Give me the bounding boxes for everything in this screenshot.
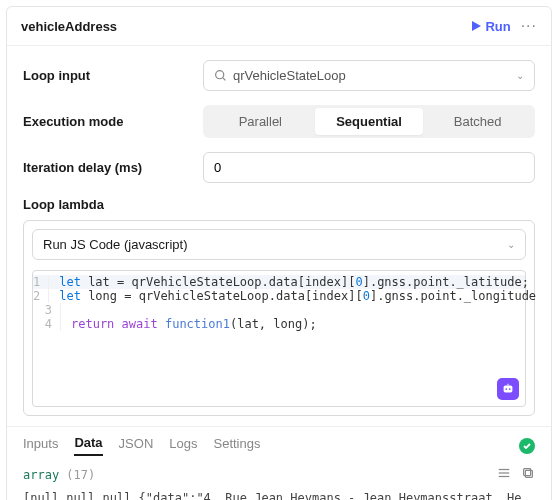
- tab-logs[interactable]: Logs: [169, 436, 197, 455]
- more-menu-icon[interactable]: ···: [521, 17, 537, 35]
- panel-body: Loop input qrVehicleStateLoop ⌄ Executio…: [7, 46, 551, 426]
- svg-rect-10: [524, 469, 531, 476]
- tab-json[interactable]: JSON: [119, 436, 154, 455]
- chevron-down-icon: ⌄: [507, 239, 515, 250]
- exec-mode-segmented: ParallelSequentialBatched: [203, 105, 535, 138]
- loop-input-select[interactable]: qrVehicleStateLoop ⌄: [203, 60, 535, 91]
- line-number: 1: [33, 275, 49, 289]
- tab-inputs[interactable]: Inputs: [23, 436, 58, 455]
- result-output-preview: [null,null,null,{"data":"4, Rue Jean Hey…: [23, 491, 535, 500]
- result-summary-row: array (17): [23, 466, 535, 483]
- copy-icon[interactable]: [521, 466, 535, 483]
- code-line[interactable]: 2let long = qrVehicleStateLoop.data[inde…: [33, 289, 525, 303]
- lambda-label: Loop lambda: [23, 197, 535, 212]
- run-button[interactable]: Run: [472, 19, 510, 34]
- lambda-select-label: Run JS Code (javascript): [43, 237, 188, 252]
- code-line[interactable]: 3: [33, 303, 525, 317]
- play-icon: [472, 21, 481, 31]
- tab-data[interactable]: Data: [74, 435, 102, 456]
- run-label: Run: [485, 19, 510, 34]
- row-loop-input: Loop input qrVehicleStateLoop ⌄: [23, 60, 535, 91]
- exec-mode-batched[interactable]: Batched: [423, 108, 532, 135]
- result-tabs: InputsDataJSONLogsSettings: [23, 435, 535, 456]
- loop-input-label: Loop input: [23, 68, 203, 83]
- panel-header: vehicleAddress Run ···: [7, 7, 551, 46]
- delay-input[interactable]: [203, 152, 535, 183]
- line-number: 4: [33, 317, 61, 331]
- svg-point-3: [505, 388, 507, 390]
- success-status-icon: [519, 438, 535, 454]
- lambda-container: Run JS Code (javascript) ⌄ 1let lat = qr…: [23, 220, 535, 416]
- search-icon: [214, 69, 227, 82]
- line-number: 2: [33, 289, 49, 303]
- chevron-down-icon: ⌄: [516, 70, 524, 81]
- svg-line-1: [223, 78, 225, 80]
- exec-mode-sequential[interactable]: Sequential: [315, 108, 424, 135]
- results-section: InputsDataJSONLogsSettings array (17) [n…: [7, 426, 551, 500]
- exec-mode-label: Execution mode: [23, 114, 203, 129]
- code-editor[interactable]: 1let lat = qrVehicleStateLoop.data[index…: [32, 270, 526, 407]
- svg-point-4: [509, 388, 511, 390]
- ai-assistant-icon[interactable]: [497, 378, 519, 400]
- svg-rect-2: [504, 386, 513, 393]
- row-delay: Iteration delay (ms): [23, 152, 535, 183]
- row-exec-mode: Execution mode ParallelSequentialBatched: [23, 105, 535, 138]
- result-type: array: [23, 468, 59, 482]
- code-line[interactable]: 1let lat = qrVehicleStateLoop.data[index…: [33, 275, 525, 289]
- result-count: (17): [66, 468, 95, 482]
- component-panel: vehicleAddress Run ··· Loop input qrVehi…: [6, 6, 552, 500]
- header-actions: Run ···: [472, 17, 537, 35]
- loop-input-value: qrVehicleStateLoop: [233, 68, 346, 83]
- svg-rect-9: [525, 470, 532, 477]
- delay-label: Iteration delay (ms): [23, 160, 203, 175]
- tab-settings[interactable]: Settings: [213, 436, 260, 455]
- lambda-type-select[interactable]: Run JS Code (javascript) ⌄: [32, 229, 526, 260]
- code-line[interactable]: 4return await function1(lat, long);: [33, 317, 525, 331]
- svg-point-0: [216, 71, 224, 79]
- component-title: vehicleAddress: [21, 19, 117, 34]
- exec-mode-parallel[interactable]: Parallel: [206, 108, 315, 135]
- line-number: 3: [33, 303, 61, 317]
- expand-icon[interactable]: [497, 466, 511, 483]
